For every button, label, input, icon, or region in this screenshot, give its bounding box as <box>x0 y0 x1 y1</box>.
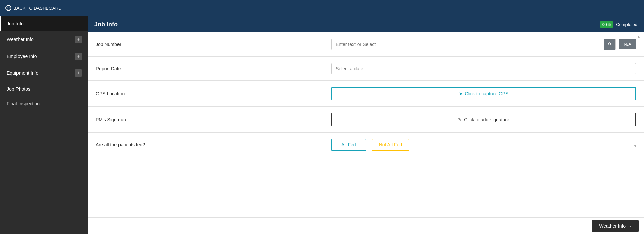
equipment-info-add-button[interactable]: + <box>75 69 82 77</box>
gps-arrow-icon: ➤ <box>459 91 463 96</box>
form-container: ▲ Job Number N/A <box>88 32 644 217</box>
sidebar-item-label: Weather Info <box>7 37 34 42</box>
progress-area: 0 / 5 Completed <box>600 21 637 28</box>
employee-info-add-button[interactable]: + <box>75 53 82 60</box>
job-number-search-button[interactable] <box>604 39 615 50</box>
job-number-row: Job Number N/A <box>88 32 644 57</box>
sidebar-item-label: Employee Info <box>7 54 37 59</box>
signature-add-button[interactable]: ✎ Click to add signature <box>331 113 636 126</box>
job-number-label: Job Number <box>96 42 331 47</box>
progress-badge: 0 / 5 <box>600 21 613 28</box>
top-bar: ◯ BACK TO DASHBOARD <box>0 0 644 16</box>
job-number-na-button[interactable]: N/A <box>619 39 636 49</box>
report-date-row: Report Date <box>88 57 644 81</box>
weather-info-add-button[interactable]: + <box>75 36 82 43</box>
report-date-label: Report Date <box>96 66 331 71</box>
job-number-control: N/A <box>331 39 636 50</box>
sidebar-item-job-info[interactable]: Job Info <box>0 16 88 31</box>
sidebar-item-employee-info[interactable]: Employee Info + <box>0 48 88 65</box>
report-date-input[interactable] <box>331 63 636 74</box>
content-header: Job Info 0 / 5 Completed <box>88 16 644 32</box>
gps-location-control: ➤ Click to capture GPS <box>331 87 636 100</box>
page-title: Job Info <box>94 21 118 28</box>
back-label: BACK TO DASHBOARD <box>13 6 62 11</box>
content-area: Job Info 0 / 5 Completed ▲ Job Number <box>88 16 644 234</box>
completed-label: Completed <box>616 22 637 27</box>
signature-icon: ✎ <box>458 117 462 122</box>
sidebar-item-final-inspection[interactable]: Final Inspection <box>0 96 88 111</box>
gps-capture-button[interactable]: ➤ Click to capture GPS <box>331 87 636 100</box>
sidebar: Job Info Weather Info + Employee Info + … <box>0 16 88 234</box>
gps-location-row: GPS Location ➤ Click to capture GPS <box>88 81 644 107</box>
next-section-button[interactable]: Weather Info → <box>592 220 639 232</box>
pm-signature-control: ✎ Click to add signature <box>331 113 636 126</box>
back-to-dashboard-button[interactable]: ◯ BACK TO DASHBOARD <box>5 5 62 11</box>
gps-btn-label: Click to capture GPS <box>465 91 509 96</box>
job-number-input-wrapper <box>331 39 616 50</box>
sig-btn-label: Click to add signature <box>464 117 509 122</box>
sidebar-item-label: Job Photos <box>7 86 30 92</box>
sidebar-item-job-photos[interactable]: Job Photos <box>0 81 88 96</box>
report-date-control <box>331 63 636 74</box>
gps-location-label: GPS Location <box>96 91 331 96</box>
back-circle-icon: ◯ <box>5 5 11 11</box>
sidebar-item-equipment-info[interactable]: Equipment Info + <box>0 65 88 81</box>
scroll-down-arrow[interactable]: ▼ <box>88 144 641 148</box>
bottom-nav: Weather Info → <box>88 217 644 234</box>
sidebar-item-label: Final Inspection <box>7 101 40 106</box>
sidebar-item-weather-info[interactable]: Weather Info + <box>0 31 88 48</box>
pm-signature-label: PM's Signature <box>96 117 331 122</box>
sidebar-item-label: Job Info <box>7 21 24 26</box>
job-number-input[interactable] <box>332 39 604 50</box>
main-layout: Job Info Weather Info + Employee Info + … <box>0 16 644 234</box>
sidebar-item-label: Equipment Info <box>7 70 38 76</box>
scroll-up-arrow[interactable]: ▲ <box>637 34 641 39</box>
search-icon <box>607 42 612 47</box>
pm-signature-row: PM's Signature ✎ Click to add signature <box>88 107 644 133</box>
